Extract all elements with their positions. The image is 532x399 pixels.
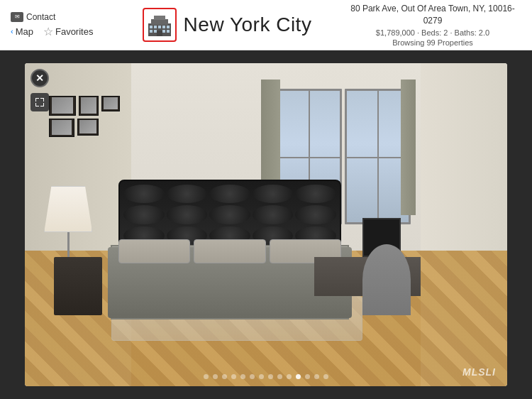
photo-container: ✕ xyxy=(25,63,507,386)
picture-frames xyxy=(49,96,121,193)
pagination-dot[interactable] xyxy=(305,374,310,379)
curtain-right xyxy=(401,80,415,215)
expand-icon xyxy=(35,97,45,107)
header-center: New York City xyxy=(106,8,348,42)
property-address: 80 Park Ave, Out Of Area Town, NY, 10016… xyxy=(348,3,518,27)
dots-container xyxy=(204,374,328,379)
city-title: New York City xyxy=(184,13,312,36)
chair xyxy=(362,244,411,315)
frame-2 xyxy=(79,96,99,116)
pagination-dot[interactable] xyxy=(222,374,227,379)
header-nav: ‹ Map ☆ Favorites xyxy=(11,25,93,38)
browsing-count: Browsing 99 Properties xyxy=(348,38,518,47)
svg-rect-7 xyxy=(167,26,170,28)
map-button[interactable]: ‹ Map xyxy=(11,26,33,37)
pagination-dot[interactable] xyxy=(231,374,236,379)
frame-3 xyxy=(101,96,120,111)
lamp-left xyxy=(44,186,92,257)
contact-button[interactable]: ✉ Contact xyxy=(11,12,55,22)
close-icon: ✕ xyxy=(35,73,44,83)
svg-rect-5 xyxy=(158,26,161,28)
pagination-dot[interactable] xyxy=(287,374,292,379)
svg-rect-9 xyxy=(154,30,157,33)
pagination-dot[interactable] xyxy=(314,374,319,379)
bedroom-photo: MLSLI xyxy=(25,63,507,386)
property-price: $1,789,000 xyxy=(376,28,415,37)
pagination-dot[interactable] xyxy=(259,374,264,379)
property-beds: Beds: 2 xyxy=(421,28,448,37)
lamp-base xyxy=(67,232,70,257)
svg-rect-8 xyxy=(150,30,153,33)
pagination-dot[interactable] xyxy=(204,374,209,379)
logo-box xyxy=(143,8,177,42)
svg-rect-4 xyxy=(154,26,157,28)
frame-4 xyxy=(49,119,74,137)
pillows xyxy=(118,239,341,263)
svg-rect-18 xyxy=(35,103,36,106)
pagination-dot[interactable] xyxy=(268,374,273,379)
svg-rect-16 xyxy=(43,98,44,102)
frame-5 xyxy=(77,119,99,136)
favorites-button[interactable]: ☆ Favorites xyxy=(43,25,93,38)
back-chevron: ‹ xyxy=(11,27,13,35)
svg-rect-2 xyxy=(154,16,165,20)
header-left: ✉ Contact ‹ Map ☆ Favorites xyxy=(7,12,106,38)
svg-rect-12 xyxy=(157,31,162,36)
svg-rect-6 xyxy=(162,26,165,28)
lamp-shade xyxy=(44,186,92,232)
pagination-dot[interactable] xyxy=(213,374,218,379)
nightstand-left xyxy=(54,257,102,315)
pagination-dot[interactable] xyxy=(250,374,255,379)
property-baths: Baths: 2.0 xyxy=(455,28,490,37)
svg-rect-10 xyxy=(162,30,165,33)
header-right: 80 Park Ave, Out Of Area Town, NY, 10016… xyxy=(348,3,525,47)
svg-rect-1 xyxy=(151,19,168,25)
building-logo-icon xyxy=(147,13,172,36)
watermark: MLSLI xyxy=(462,366,496,378)
expand-button[interactable] xyxy=(31,93,49,111)
header-bar: ✉ Contact ‹ Map ☆ Favorites xyxy=(0,0,532,50)
pagination-dot[interactable] xyxy=(323,374,328,379)
favorites-label: Favorites xyxy=(55,26,93,37)
close-button[interactable]: ✕ xyxy=(31,69,49,87)
svg-rect-14 xyxy=(35,98,36,102)
svg-rect-20 xyxy=(43,103,44,106)
property-details: $1,789,000 · Beds: 2 · Baths: 2.0 xyxy=(348,28,518,37)
main-content: ✕ xyxy=(0,50,532,399)
pagination-dot[interactable] xyxy=(277,374,282,379)
pillow-2 xyxy=(194,239,265,263)
contact-label: Contact xyxy=(26,12,55,22)
pillow-1 xyxy=(118,239,190,263)
message-icon: ✉ xyxy=(11,12,23,22)
map-label: Map xyxy=(16,26,33,37)
pagination-dot[interactable] xyxy=(296,374,301,379)
frame-1 xyxy=(49,96,76,116)
headboard-tufts xyxy=(123,185,336,245)
svg-rect-3 xyxy=(150,26,153,28)
svg-rect-11 xyxy=(167,30,170,33)
star-icon: ☆ xyxy=(43,25,53,38)
pagination-dot[interactable] xyxy=(240,374,245,379)
